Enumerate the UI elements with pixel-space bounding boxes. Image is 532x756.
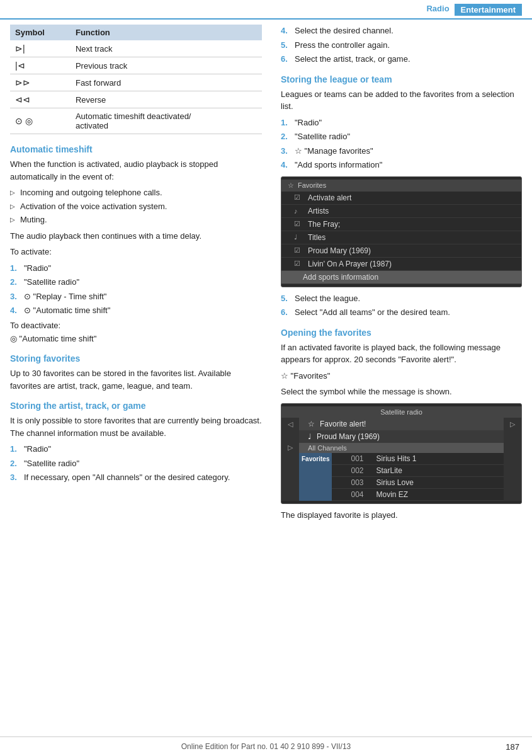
main-content: Symbol Function ⊳| Next track |⊲ Previou… (0, 25, 532, 525)
bullet-item: Muting. (10, 214, 262, 226)
storing-league-steps: 1."Radio" 2."Satellite radio" 3.☆ "Manag… (281, 117, 522, 171)
screenshot-icon: ☆ (288, 181, 294, 190)
screenshot-row: ☑Activate alert (281, 192, 521, 205)
table-row: ⊳| Next track (10, 40, 262, 57)
screenshot-row: ♩Titles (281, 231, 521, 244)
function-rev: Reverse (71, 91, 262, 108)
favorites-badge: Favorites (299, 453, 332, 501)
page-number: 187 (506, 742, 519, 752)
list-item: 4.⊙ "Automatic time shift" (10, 304, 262, 317)
left-column: Symbol Function ⊳| Next track |⊲ Previou… (10, 25, 274, 525)
deactivate-step: ◎ "Automatic time shift" (10, 333, 262, 345)
list-item: 1."Radio" (10, 443, 262, 455)
screenshot-header: ☆ Favorites (281, 180, 521, 192)
screenshot-title: Favorites (298, 181, 326, 189)
favorites-screenshot: ☆ Favorites ☑Activate alert ♪Artists ☑Th… (281, 176, 522, 287)
list-item: 1."Radio" (281, 117, 522, 129)
channel-row: 001Sirius Hits 1 (332, 453, 504, 465)
storing-favorites-title: Storing favorites (10, 353, 262, 364)
right-nav: ▷ (504, 418, 521, 501)
table-col-symbol: Symbol (10, 25, 71, 40)
table-row: ⊙ ◎ Automatic timeshift deactivated/acti… (10, 108, 262, 134)
channel-row: 002StarLite (332, 465, 504, 477)
bullet-item: Activation of the voice activation syste… (10, 200, 262, 213)
list-item: 3.If necessary, open "All channels" or t… (10, 471, 262, 484)
page-footer: Online Edition for Part no. 01 40 2 910 … (0, 736, 532, 756)
header-radio: Radio (426, 4, 449, 16)
nav-icons: ◁ ▷ (281, 418, 299, 501)
activate-steps: 1."Radio" 2."Satellite radio" 3.⊙ "Repla… (10, 262, 262, 317)
auto-timeshift-title: Automatic timeshift (10, 144, 262, 154)
opening-favorites-body1: If an activated favorite is played back,… (281, 341, 522, 366)
channels-area: Favorites 001Sirius Hits 1 002StarLite 0… (299, 453, 504, 501)
screenshot-header2: Satellite radio (281, 406, 521, 418)
function-next: Next track (71, 40, 262, 57)
screenshot-row: ☑Proud Mary (1969) (281, 244, 521, 258)
storing-league-body: Leagues or teams can be added to the fav… (281, 88, 522, 113)
table-row: |⊲ Previous track (10, 57, 262, 74)
screenshot-row: ☑The Fray; (281, 218, 521, 231)
league-steps-cont: 5.Select the league. 6.Select "Add all t… (281, 292, 522, 319)
header-entertainment: Entertainment (455, 4, 522, 16)
list-item: 2."Satellite radio" (10, 276, 262, 289)
list-item: 4."Add sports information" (281, 159, 522, 171)
screenshot-row-highlighted: Add sports information (281, 271, 521, 284)
channel-row: 003Sirius Love (332, 477, 504, 489)
bullet-item: Incoming and outgoing telephone calls. (10, 186, 262, 199)
activate-label: To activate: (10, 246, 262, 258)
storing-league-title: Storing the league or team (281, 74, 522, 84)
list-item: 5.Press the controller again. (281, 39, 522, 52)
function-timeshift: Automatic timeshift deactivated/activate… (71, 108, 262, 134)
list-item: 5.Select the league. (281, 292, 522, 305)
table-col-function: Function (71, 25, 262, 40)
symbol-prev: |⊲ (10, 57, 71, 74)
list-item: 3.☆ "Manage favorites" (281, 145, 522, 158)
function-prev: Previous track (71, 57, 262, 74)
list-item: 3.⊙ "Replay - Time shift" (10, 290, 262, 303)
storing-artist-body: It is only possible to store favorites t… (10, 415, 262, 439)
symbol-next: ⊳| (10, 40, 71, 57)
storing-artist-steps: 1."Radio" 2."Satellite radio" 3.If neces… (10, 443, 262, 484)
list-item: 1."Radio" (10, 262, 262, 275)
opening-favorites-body2: Select the symbol while the message is s… (281, 386, 522, 398)
page-header: Radio Entertainment (0, 0, 532, 20)
satellite-radio-screenshot: Satellite radio ◁ ▷ ☆Favorite alert! ♩Pr… (281, 403, 522, 504)
symbol-function-table: Symbol Function ⊳| Next track |⊲ Previou… (10, 25, 262, 134)
symbol-timeshift: ⊙ ◎ (10, 108, 71, 134)
list-item: 2."Satellite radio" (281, 130, 522, 143)
right-column: 4.Select the desired channel. 5.Press th… (274, 25, 522, 525)
channel-list: 001Sirius Hits 1 002StarLite 003Sirius L… (332, 453, 504, 501)
screenshot-row: ☑Livin' On A Prayer (1987) (281, 258, 521, 271)
table-row: ⊳⊳ Fast forward (10, 74, 262, 91)
screenshot-content: ◁ ▷ ☆Favorite alert! ♩Proud Mary (1969) … (281, 418, 521, 501)
screenshot-row: ♪Artists (281, 205, 521, 218)
list-item: 2."Satellite radio" (10, 457, 262, 470)
alert-row: ☆Favorite alert! (299, 418, 504, 430)
footer-text: Online Edition for Part no. 01 40 2 910 … (181, 742, 351, 751)
opening-favorites-step: ☆ "Favorites" (281, 370, 522, 382)
auto-timeshift-bullets: Incoming and outgoing telephone calls. A… (10, 186, 262, 226)
storing-artist-title: Storing the artist, track, or game (10, 401, 262, 411)
all-channels-header: All Channels (299, 443, 504, 453)
list-item: 6.Select "Add all teams" or the desired … (281, 306, 522, 319)
symbol-rev: ⊲⊲ (10, 91, 71, 108)
auto-timeshift-intro: When the function is activated, audio pl… (10, 158, 262, 183)
displayed-favorite-text: The displayed favorite is played. (281, 509, 522, 522)
storing-favorites-body: Up to 30 favorites can be stored in the … (10, 367, 262, 392)
symbol-ff: ⊳⊳ (10, 74, 71, 91)
deactivate-label: To deactivate: (10, 321, 262, 330)
storing-artist-steps-cont: 4.Select the desired channel. 5.Press th… (281, 25, 522, 66)
table-row: ⊲⊲ Reverse (10, 91, 262, 108)
opening-favorites-title: Opening the favorites (281, 328, 522, 338)
list-item: 4.Select the desired channel. (281, 25, 522, 37)
screenshot-rows: ☆Favorite alert! ♩Proud Mary (1969) All … (299, 418, 504, 501)
track-row: ♩Proud Mary (1969) (299, 430, 504, 443)
function-ff: Fast forward (71, 74, 262, 91)
list-item: 6.Select the artist, track, or game. (281, 53, 522, 66)
auto-timeshift-continues: The audio playback then continues with a… (10, 230, 262, 243)
channel-row: 004Movin EZ (332, 489, 504, 501)
